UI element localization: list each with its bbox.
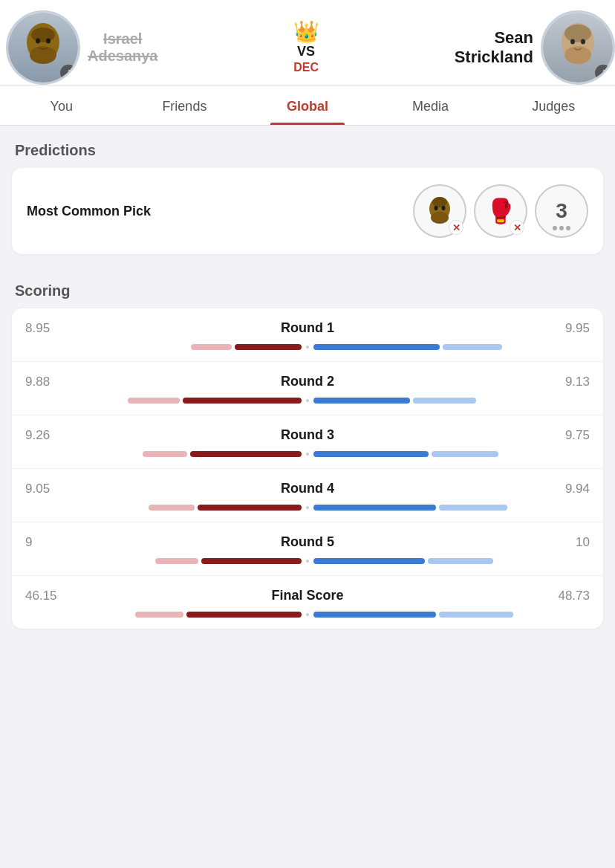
fs-right-dark-bar xyxy=(313,612,436,618)
final-score-right: 48.73 xyxy=(538,589,590,603)
round-2-left-score: 9.88 xyxy=(25,375,77,389)
tab-media[interactable]: Media xyxy=(369,85,492,125)
round-dots xyxy=(553,226,570,230)
round-5-label: Round 5 xyxy=(77,534,538,550)
round-5-row: 9 Round 5 10 xyxy=(12,522,603,576)
fs-left-light-bar xyxy=(135,612,183,618)
round-4-left-score: 9.05 xyxy=(25,482,77,496)
final-score-label: Final Score xyxy=(77,588,538,603)
predictions-section-title: Predictions xyxy=(0,126,615,168)
r3-center-dot xyxy=(306,453,309,456)
round-3-row: 9.26 Round 3 9.75 xyxy=(12,415,603,469)
svg-point-11 xyxy=(432,197,447,207)
r3-left-light-bar xyxy=(143,451,187,457)
tabs-bar: You Friends Global Media Judges xyxy=(0,85,615,126)
right-info-badge[interactable]: i xyxy=(595,65,611,81)
svg-point-8 xyxy=(570,39,575,45)
svg-point-14 xyxy=(431,212,449,224)
svg-point-12 xyxy=(435,206,438,210)
final-score-row: 46.15 Final Score 48.73 xyxy=(12,576,603,629)
left-fighter-name: Israel Adesanya xyxy=(80,30,166,65)
vs-block: 👑 VS DEC xyxy=(166,22,447,74)
svg-point-3 xyxy=(36,39,40,44)
svg-point-4 xyxy=(46,39,51,44)
round-1-label: Round 1 xyxy=(77,320,538,336)
scoring-section-title: Scoring xyxy=(0,266,615,308)
right-fighter-avatar[interactable]: i xyxy=(541,10,615,85)
round-2-right-score: 9.13 xyxy=(538,375,590,389)
r2-right-light-bar xyxy=(413,398,476,404)
fs-right-light-bar xyxy=(439,612,513,618)
round-3-label: Round 3 xyxy=(77,427,538,443)
r5-right-dark-bar xyxy=(313,558,425,564)
round-2-label: Round 2 xyxy=(77,374,538,389)
r3-right-light-bar xyxy=(432,451,498,457)
round-4-row: 9.05 Round 4 9.94 xyxy=(12,469,603,522)
r2-center-dot xyxy=(306,399,309,402)
fs-left-dark-bar xyxy=(186,612,302,618)
round-4-label: Round 4 xyxy=(77,481,538,496)
tab-friends[interactable]: Friends xyxy=(123,85,247,125)
round-5-bars xyxy=(25,557,590,565)
dec-text: DEC xyxy=(293,61,319,74)
r5-left-dark-bar xyxy=(201,558,302,564)
r1-right-light-bar xyxy=(443,344,502,350)
svg-point-1 xyxy=(31,27,55,42)
tab-judges[interactable]: Judges xyxy=(492,85,615,125)
svg-point-7 xyxy=(564,46,591,64)
r4-left-light-bar xyxy=(149,505,195,511)
round-2-row: 9.88 Round 2 9.13 xyxy=(12,362,603,415)
fs-center-dot xyxy=(306,613,309,616)
round-5-right-score: 10 xyxy=(538,535,590,550)
r4-right-dark-bar xyxy=(313,505,436,511)
crown-icon: 👑 xyxy=(293,22,319,42)
round-2-bars xyxy=(25,397,590,404)
left-fighter-block: i Israel Adesanya xyxy=(0,10,166,85)
right-fighter-name: Sean Strickland xyxy=(447,28,541,67)
scoring-section: 8.95 Round 1 9.95 9.88 Round 2 9.13 xyxy=(12,308,603,629)
round-3-right-score: 9.75 xyxy=(538,428,590,443)
round-5-left-score: 9 xyxy=(25,535,77,550)
pick-round-circle: 3 xyxy=(535,184,588,238)
round-4-bars xyxy=(25,504,590,511)
r4-left-dark-bar xyxy=(198,505,302,511)
pick-glove-x-badge: ✕ xyxy=(510,220,524,235)
r2-left-light-bar xyxy=(128,398,180,404)
svg-point-13 xyxy=(442,206,446,210)
pick-icons-group: ✕ 🥊 ✕ 3 xyxy=(413,184,588,238)
r2-right-dark-bar xyxy=(313,398,410,404)
r1-right-dark-bar xyxy=(313,344,440,350)
pick-fighter-circle: ✕ xyxy=(413,184,466,238)
r3-left-dark-bar xyxy=(190,451,302,457)
round-1-bars xyxy=(25,343,590,351)
r1-left-light-bar xyxy=(191,344,232,350)
r5-center-dot xyxy=(306,560,309,563)
r1-center-dot xyxy=(306,346,309,349)
round-3-left-score: 9.26 xyxy=(25,428,77,443)
right-fighter-block: i Sean Strickland xyxy=(447,10,615,85)
glove-icon: 🥊 xyxy=(486,197,515,225)
r4-center-dot xyxy=(306,506,309,509)
vs-text: VS xyxy=(297,44,315,59)
final-score-left: 46.15 xyxy=(25,589,77,603)
round-number: 3 xyxy=(556,199,567,223)
left-info-badge[interactable]: i xyxy=(60,65,77,81)
svg-point-6 xyxy=(564,25,591,42)
round-4-right-score: 9.94 xyxy=(538,482,590,496)
final-score-bars xyxy=(25,611,590,618)
tab-you[interactable]: You xyxy=(0,85,123,125)
pick-glove-circle: 🥊 ✕ xyxy=(474,184,527,238)
svg-point-9 xyxy=(581,39,585,45)
round-3-bars xyxy=(25,450,590,458)
left-fighter-avatar[interactable]: i xyxy=(6,10,80,85)
header: i Israel Adesanya 👑 VS DEC i xyxy=(0,0,615,85)
r2-left-dark-bar xyxy=(183,398,302,404)
r5-right-light-bar xyxy=(428,558,493,564)
pick-fighter-x-badge: ✕ xyxy=(449,220,463,235)
round-1-left-score: 8.95 xyxy=(25,321,77,336)
tab-global[interactable]: Global xyxy=(246,85,369,125)
round-1-row: 8.95 Round 1 9.95 xyxy=(12,308,603,362)
most-common-pick-label: Most Common Pick xyxy=(27,204,151,219)
predictions-card: Most Common Pick ✕ 🥊 ✕ 3 xyxy=(12,168,603,254)
r5-left-light-bar xyxy=(155,558,198,564)
